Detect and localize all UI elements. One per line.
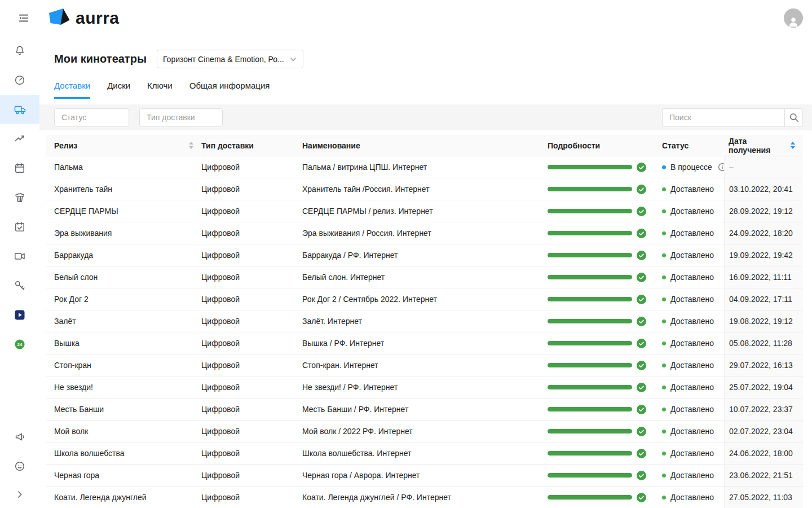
table-row[interactable]: СЕРДЦЕ ПАРМЫ Цифровой СЕРДЦЕ ПАРМЫ / рел… [46, 200, 803, 222]
search-button[interactable] [784, 108, 803, 127]
progress-bar [548, 209, 632, 213]
name-cell: Черная гора / Аврора. Интернет [302, 465, 548, 486]
status-label: Доставлено [670, 339, 714, 348]
table-row[interactable]: Не звезди! Цифровой Не звезди! / РФ. Инт… [46, 376, 803, 398]
status-cell: Доставлено [662, 421, 724, 442]
truck-icon [14, 104, 26, 115]
bell-icon [14, 45, 25, 56]
sidebar-item-calendar[interactable] [0, 154, 39, 183]
table-row[interactable]: Барракуда Цифровой Барракуда / РФ. Интер… [46, 244, 803, 266]
progress-check-icon [637, 163, 646, 172]
release-cell: Коати. Легенда джунглей [46, 487, 201, 508]
table-row[interactable]: Вышка Цифровой Вышка / РФ. Интернет Дост… [46, 332, 803, 354]
progress-bar [548, 275, 632, 279]
sidebar-item-video[interactable] [0, 242, 39, 271]
status-cell: Доставлено [662, 310, 724, 332]
table-row[interactable]: Мой волк Цифровой Мой волк / 2022 РФ. Ин… [46, 421, 803, 443]
progress-check-icon [637, 339, 646, 348]
table-row[interactable]: Пальма Цифровой Пальма / витрина ЦПШ. Ин… [46, 156, 803, 178]
sort-date[interactable] [791, 142, 795, 149]
table-row[interactable]: Черная гора Цифровой Черная гора / Аврор… [46, 465, 803, 487]
date-cell: 03.10.2022, 20:41 [724, 178, 803, 200]
sidebar-item-announcements[interactable] [0, 422, 39, 452]
calendar-icon [14, 163, 25, 174]
status-cell: Доставлено [662, 487, 724, 508]
sidebar-item-dashboard[interactable] [0, 65, 39, 95]
table-row[interactable]: Стоп-кран Цифровой Стоп-кран. Интернет Д… [46, 354, 803, 376]
status-label: Доставлено [670, 229, 714, 238]
sidebar-item-schedule[interactable] [0, 212, 39, 242]
sidebar-collapse-toggle[interactable] [0, 481, 39, 508]
sort-release[interactable] [189, 142, 193, 149]
type-cell: Цифровой [201, 354, 302, 376]
progress-check-icon [637, 427, 646, 436]
table-row[interactable]: Эра выживания Цифровой Эра выживания / Р… [46, 222, 803, 244]
status-dot [662, 496, 666, 500]
status-dot [662, 165, 666, 169]
table-row[interactable]: Залёт Цифровой Залёт. Интернет Доставлен… [46, 310, 803, 332]
delivery-type-filter[interactable]: Тип доставки [139, 108, 223, 127]
table-row[interactable]: Месть Банши Цифровой Месть Банши / РФ. И… [46, 398, 803, 421]
avatar[interactable] [784, 8, 803, 28]
progress-check-icon [637, 185, 646, 194]
topbar: aurra [0, 0, 812, 36]
status-label: Доставлено [670, 449, 714, 458]
megaphone-icon [14, 431, 25, 443]
sidebar-item-notifications[interactable] [0, 36, 39, 65]
details-cell [548, 443, 662, 464]
cinema-selector[interactable]: Горизонт Cinema & Emotion, Ро... [157, 50, 303, 68]
sidebar-item-cinema[interactable] [0, 183, 39, 212]
status-label: Доставлено [670, 317, 714, 326]
sidebar-item-keys[interactable] [0, 271, 39, 300]
sidebar-item-analytics[interactable] [0, 124, 39, 154]
type-cell: Цифровой [201, 398, 302, 420]
release-cell: Черная гора [46, 465, 201, 486]
tab-discs[interactable]: Диски [107, 81, 130, 99]
sidebar-item-player-app[interactable] [0, 300, 39, 330]
status-filter[interactable]: Статус [54, 108, 129, 127]
status-cell: Доставлено [662, 376, 724, 398]
progress-bar [548, 231, 632, 235]
table-row[interactable]: Белый слон Цифровой Белый слон. Интернет… [46, 266, 803, 288]
logo[interactable]: aurra [45, 7, 120, 29]
sidebar-item-24[interactable]: 24 [0, 330, 39, 359]
col-details-label: Подробности [548, 141, 600, 150]
menu-toggle-icon[interactable] [12, 7, 35, 29]
table-row[interactable]: Школа волшебства Цифровой Школа волшебст… [46, 443, 803, 465]
tab-general-info[interactable]: Общая информация [189, 81, 270, 99]
status-cell: Доставлено [662, 200, 724, 222]
table-row[interactable]: Хранитель тайн Цифровой Хранитель тайн /… [46, 178, 803, 200]
status-cell: Доставлено [662, 288, 724, 310]
date-cell: 02.07.2022, 23:04 [724, 421, 803, 442]
date-cell: 10.07.2022, 23:37 [724, 398, 803, 420]
table-row[interactable]: Рок Дог 2 Цифровой Рок Дог 2 / Сентябрь … [46, 288, 803, 310]
status-info-icon[interactable] [718, 163, 724, 172]
progress-check-icon [637, 317, 646, 326]
status-dot [662, 341, 666, 345]
status-dot [662, 364, 666, 367]
tab-keys[interactable]: Ключи [147, 81, 173, 99]
sidebar-item-deliveries[interactable] [0, 95, 39, 124]
sidebar: 24 [0, 36, 39, 508]
status-dot [662, 474, 666, 478]
name-cell: Эра выживания / Россия. Интернет [302, 222, 548, 244]
details-cell [548, 487, 662, 508]
sidebar-item-support[interactable] [0, 452, 39, 481]
progress-bar [548, 253, 632, 257]
progress-fill [548, 451, 632, 456]
progress-check-icon [637, 361, 646, 370]
status-dot [662, 408, 666, 411]
col-release: Релиз [46, 135, 201, 156]
progress-check-icon [637, 493, 646, 502]
tab-deliveries[interactable]: Доставки [54, 81, 90, 99]
search-input[interactable] [662, 108, 784, 127]
status-label: Доставлено [670, 471, 714, 480]
table-row[interactable]: Коати. Легенда джунглей Цифровой Коати. … [46, 487, 803, 508]
progress-bar [548, 385, 632, 389]
col-date-label: Дата получения [729, 137, 791, 155]
search-group [662, 108, 803, 127]
release-cell: Залёт [46, 310, 201, 332]
date-cell: 25.07.2022, 19:04 [724, 376, 803, 398]
table-body: Пальма Цифровой Пальма / витрина ЦПШ. Ин… [46, 156, 803, 508]
name-cell: Белый слон. Интернет [302, 266, 548, 288]
